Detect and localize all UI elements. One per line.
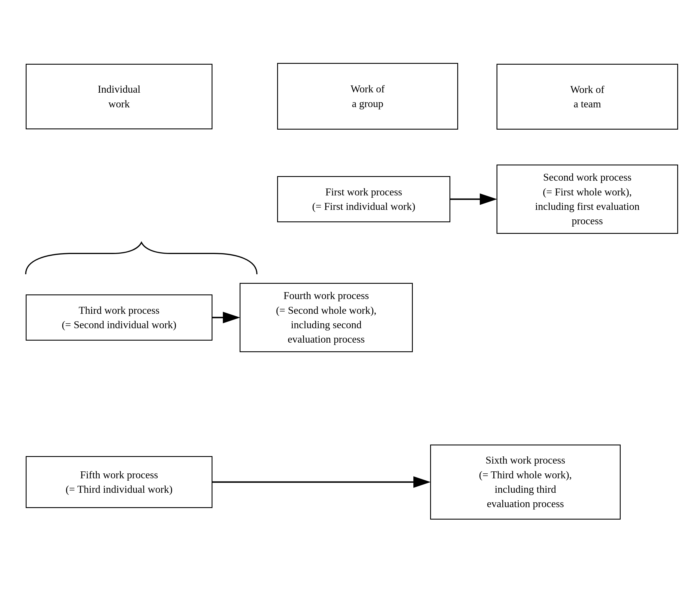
first-work-label: First work process(= First individual wo…	[312, 185, 415, 214]
box-individual-work: Individualwork	[26, 64, 212, 129]
fifth-work-label: Fifth work process(= Third individual wo…	[65, 468, 173, 497]
third-work-label: Third work process(= Second individual w…	[62, 303, 176, 332]
team-work-label: Work ofa team	[570, 82, 604, 111]
fourth-work-label: Fourth work process(= Second whole work)…	[276, 288, 377, 347]
box-fourth-work-process: Fourth work process(= Second whole work)…	[240, 283, 413, 352]
curly-brace	[26, 242, 257, 274]
group-work-label: Work ofa group	[350, 82, 384, 111]
box-fifth-work-process: Fifth work process(= Third individual wo…	[26, 456, 212, 508]
box-sixth-work-process: Sixth work process(= Third whole work),i…	[430, 444, 621, 520]
individual-work-label: Individualwork	[98, 82, 141, 111]
box-group-work: Work ofa group	[277, 63, 458, 130]
second-work-label: Second work process(= First whole work),…	[535, 170, 640, 228]
box-third-work-process: Third work process(= Second individual w…	[26, 295, 212, 341]
diagram-container: Individualwork Work ofa group Work ofa t…	[0, 0, 696, 616]
sixth-work-label: Sixth work process(= Third whole work),i…	[479, 453, 572, 511]
box-first-work-process: First work process(= First individual wo…	[277, 176, 450, 222]
box-second-work-process: Second work process(= First whole work),…	[496, 164, 678, 234]
box-team-work: Work ofa team	[496, 64, 678, 130]
